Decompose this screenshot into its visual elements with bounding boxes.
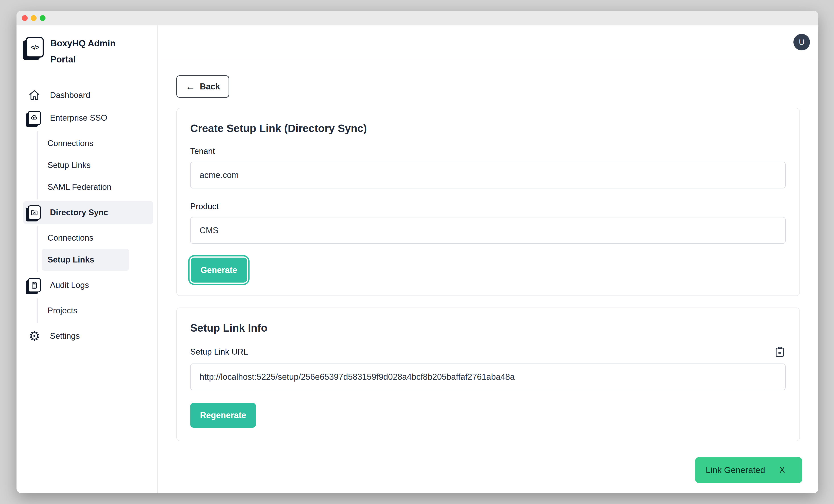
zoom-window-button[interactable] — [40, 15, 45, 21]
setup-link-info-card: Setup Link Info Setup Link URL — [176, 308, 800, 441]
sidebar-item-label: Audit Logs — [50, 281, 89, 290]
brand: </> BoxyHQ Admin Portal — [23, 35, 153, 67]
page-content: ← Back Create Setup Link (Directory Sync… — [158, 59, 818, 493]
copy-icon — [774, 355, 786, 358]
directory-sync-subnav: Connections Setup Links — [37, 226, 153, 272]
app-window: </> BoxyHQ Admin Portal Dashboard — [17, 11, 818, 493]
sidebar-item-saml-federation[interactable]: SAML Federation — [42, 176, 129, 198]
minimize-window-button[interactable] — [31, 15, 37, 21]
sidebar-item-sso-connections[interactable]: Connections — [42, 132, 129, 154]
product-input[interactable] — [190, 217, 786, 244]
card-title: Setup Link Info — [190, 322, 786, 334]
sidebar-item-projects[interactable]: Projects — [42, 300, 129, 322]
sidebar-item-dashboard[interactable]: Dashboard — [23, 84, 153, 107]
generate-button[interactable]: Generate — [191, 258, 247, 283]
toast-close-button[interactable]: X — [780, 465, 785, 475]
sidebar-nav: Dashboard Enterprise SSO — [23, 84, 153, 347]
app-body: </> BoxyHQ Admin Portal Dashboard — [17, 25, 818, 493]
boxyhq-logo-icon: </> — [26, 37, 44, 58]
sidebar-item-audit-logs[interactable]: Audit Logs — [23, 274, 153, 297]
sidebar-item-label: Enterprise SSO — [50, 113, 107, 123]
sidebar-item-sso-setup-links[interactable]: Setup Links — [42, 154, 129, 176]
generate-row: Generate — [190, 258, 786, 283]
brand-title: BoxyHQ Admin Portal — [50, 35, 131, 67]
toast-link-generated: Link Generated X — [695, 457, 802, 483]
back-button[interactable]: ← Back — [176, 75, 229, 98]
audit-logs-icon — [26, 278, 42, 292]
avatar[interactable]: U — [793, 34, 810, 50]
toast-message: Link Generated — [706, 465, 765, 475]
copy-button[interactable] — [774, 346, 786, 358]
product-label: Product — [190, 202, 786, 211]
sidebar-item-label: Dashboard — [50, 90, 90, 100]
regenerate-row: Regenerate — [190, 403, 786, 428]
tenant-input[interactable] — [190, 162, 786, 189]
tenant-field-group: Tenant — [190, 147, 786, 189]
back-arrow-icon: ← — [185, 82, 195, 91]
sidebar-item-directory-sync[interactable]: Directory Sync — [23, 201, 153, 224]
regenerate-button[interactable]: Regenerate — [190, 403, 256, 428]
gear-icon: ⚙ — [26, 330, 42, 343]
sidebar-item-label: Directory Sync — [50, 208, 108, 217]
card-title: Create Setup Link (Directory Sync) — [190, 122, 786, 134]
home-icon — [26, 89, 42, 101]
sidebar-item-dsync-connections[interactable]: Connections — [42, 227, 129, 249]
top-bar: U — [158, 25, 818, 59]
enterprise-sso-subnav: Connections Setup Links SAML Federation — [37, 131, 153, 199]
window-titlebar — [17, 11, 818, 25]
main-area: U ← Back Create Setup Link (Directory Sy… — [158, 25, 818, 493]
enterprise-sso-icon — [26, 111, 42, 125]
create-setup-link-card: Create Setup Link (Directory Sync) Tenan… — [176, 108, 800, 296]
sidebar-item-enterprise-sso[interactable]: Enterprise SSO — [23, 107, 153, 129]
close-window-button[interactable] — [22, 15, 28, 21]
audit-logs-subnav: Projects — [37, 299, 153, 323]
sidebar-item-settings[interactable]: ⚙ Settings — [23, 325, 153, 347]
tenant-label: Tenant — [190, 147, 786, 156]
setup-link-url-row: Setup Link URL — [190, 346, 786, 358]
sidebar: </> BoxyHQ Admin Portal Dashboard — [17, 25, 158, 493]
setup-link-url-input[interactable] — [190, 364, 786, 390]
sidebar-item-dsync-setup-links[interactable]: Setup Links — [42, 249, 129, 271]
directory-sync-icon — [26, 205, 42, 220]
sidebar-item-label: Settings — [50, 331, 80, 341]
product-field-group: Product — [190, 202, 786, 244]
setup-link-url-label: Setup Link URL — [190, 347, 248, 357]
